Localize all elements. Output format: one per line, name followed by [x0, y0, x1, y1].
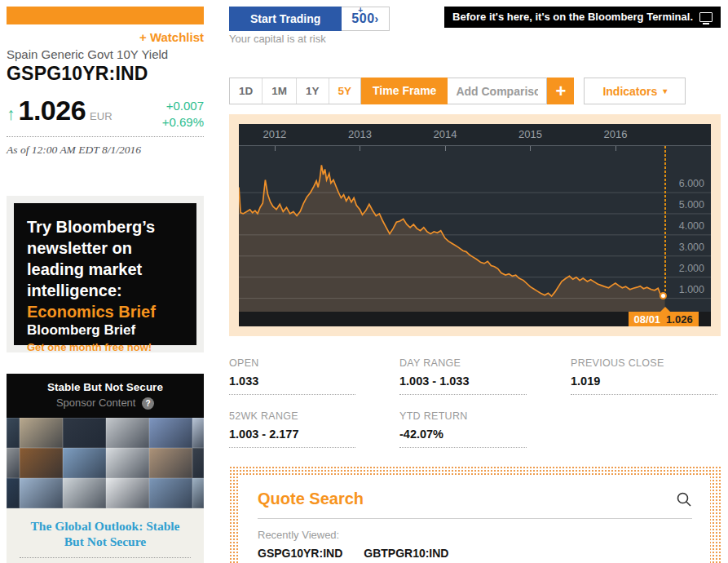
- plus500-logo-box[interactable]: +500›: [342, 7, 389, 31]
- collage-photo-tile: [20, 448, 63, 478]
- collage-photo-tile: [106, 448, 149, 478]
- plus500-logo: +500›: [351, 11, 378, 26]
- x-tick-label: 2012: [263, 128, 286, 140]
- x-tick-label: 2013: [348, 128, 372, 140]
- collage-photo-tile: [7, 448, 20, 478]
- newsletter-ad-copy: Try Bloomberg’s newsletter on leading ma…: [27, 216, 185, 322]
- price-change: +0.007 +0.69%: [162, 95, 204, 130]
- chart-controls: 1D1M1Y5Y Time Frame + Indicators ▾: [229, 78, 721, 104]
- up-arrow-icon: ↑: [7, 104, 15, 124]
- security-name: Spain Generic Govt 10Y Yield: [7, 47, 204, 61]
- x-tick-mark: [275, 146, 276, 151]
- ad-highlight: Economics Brief: [27, 301, 185, 322]
- sponsor-content-text: Sponsor Content: [56, 397, 136, 409]
- top-banner-row: Start Trading +500› Your capital is at r…: [229, 7, 721, 45]
- x-tick-mark: [360, 146, 360, 151]
- stat-label: PREVIOUS CLOSE: [571, 357, 717, 369]
- sponsor-ad-header: Stable But Not Secure Sponsor Content ?: [7, 374, 204, 418]
- ad-line: Try Bloomberg’s: [27, 216, 185, 237]
- search-icon[interactable]: [676, 491, 692, 508]
- flag-pointer: [660, 307, 671, 313]
- collage-photo-tile: [149, 418, 192, 448]
- risk-disclaimer: Your capital is at risk: [229, 33, 390, 45]
- sponsor-headline-line: The Global Outlook: Stable: [15, 518, 196, 534]
- stat-label: OPEN: [229, 357, 355, 369]
- currency-label: EUR: [90, 110, 112, 122]
- brand-accent-bar: [7, 7, 204, 24]
- range-button-1d[interactable]: 1D: [230, 78, 263, 104]
- stat-label: DAY RANGE: [399, 357, 527, 369]
- sponsor-headline-line: But Not Secure: [15, 534, 196, 549]
- sponsor-content-label: Sponsor Content ?: [11, 397, 199, 410]
- add-comparison-input[interactable]: [448, 78, 547, 104]
- range-button-1m[interactable]: 1M: [263, 78, 297, 104]
- last-price: 1.026: [19, 95, 86, 126]
- collage-photo-tile: [63, 418, 106, 448]
- stat-value: 1.033: [229, 375, 355, 395]
- add-comparison-plus-button[interactable]: +: [547, 78, 574, 104]
- sponsor-headline-link[interactable]: The Global Outlook: Stable But Not Secur…: [15, 518, 196, 550]
- trading-ad: Start Trading +500› Your capital is at r…: [229, 7, 390, 45]
- stat-value: -42.07%: [399, 428, 527, 448]
- range-button-5y[interactable]: 5Y: [329, 78, 361, 104]
- ad-line: leading market: [27, 259, 185, 280]
- newsletter-cta-link[interactable]: Get one month free now!: [27, 341, 185, 353]
- recently-viewed-label: Recently Viewed:: [258, 529, 692, 541]
- price-row: ↑ 1.026 EUR +0.007 +0.69%: [7, 95, 204, 137]
- quote-search-panel: Quote Search Recently Viewed: GSPG10YR:I…: [229, 466, 721, 563]
- range-button-1y[interactable]: 1Y: [297, 78, 329, 104]
- stat-ytd-return: YTD RETURN-42.07%: [399, 410, 571, 448]
- collage-photo-tile: [192, 418, 204, 448]
- x-tick-label: 2016: [603, 128, 627, 140]
- range-group: 1D1M1Y5Y: [229, 78, 361, 104]
- quote-search-title: Quote Search: [258, 490, 364, 508]
- y-tick-label: 4.000: [679, 220, 704, 232]
- change-absolute: +0.007: [162, 98, 204, 114]
- collage-photo-tile: [192, 448, 204, 478]
- collage-photo-tile: [20, 418, 63, 448]
- recent-ticker-link[interactable]: GBTPGR10:IND: [364, 547, 448, 560]
- stat-value: 1.019: [571, 375, 717, 395]
- collage-photo-tile: [192, 478, 204, 508]
- indicators-button[interactable]: Indicators ▾: [584, 78, 686, 104]
- start-trading-button[interactable]: Start Trading: [229, 7, 342, 31]
- x-tick-label: 2015: [518, 128, 542, 140]
- y-tick-label: 1.000: [679, 284, 704, 295]
- photo-collage: [7, 418, 204, 508]
- flag-date: 08/01: [634, 313, 661, 326]
- collage-photo-tile: [106, 478, 149, 508]
- main-content: Start Trading +500› Your capital is at r…: [229, 7, 721, 563]
- quote-sidebar: + Watchlist Spain Generic Govt 10Y Yield…: [7, 7, 204, 563]
- add-watchlist-button[interactable]: + Watchlist: [7, 30, 204, 44]
- stat-52wk-range: 52WK RANGE1.003 - 2.177: [229, 410, 399, 448]
- collage-photo-tile: [149, 448, 192, 478]
- chart-year-axis: 20122013201420152016: [239, 124, 711, 145]
- help-icon[interactable]: ?: [142, 397, 154, 410]
- price-chart[interactable]: 20122013201420152016 6.0005.0004.0003.00…: [239, 124, 711, 326]
- chevron-down-icon: ▾: [663, 86, 667, 95]
- sponsor-ad[interactable]: Stable But Not Secure Sponsor Content ? …: [7, 374, 204, 563]
- stat-day-range: DAY RANGE1.003 - 1.033: [399, 357, 571, 395]
- terminal-banner-link[interactable]: Before it's here, it's on the Bloomberg …: [444, 7, 721, 28]
- recently-viewed-list: GSPG10YR:INDGBTPGR10:IND: [258, 547, 692, 560]
- stat-label: 52WK RANGE: [229, 410, 355, 422]
- x-tick-mark: [445, 146, 446, 151]
- security-ticker: GSPG10YR:IND: [7, 63, 204, 85]
- collage-photo-tile: [106, 418, 149, 448]
- plus500-arrow: ›: [375, 12, 379, 25]
- stat-value: 1.003 - 1.033: [399, 375, 527, 395]
- plus500-plus: +: [358, 6, 363, 15]
- time-frame-button[interactable]: Time Frame: [361, 78, 448, 104]
- sponsor-ad-footer: The Global Outlook: Stable But Not Secur…: [7, 508, 204, 563]
- collage-photo-tile: [63, 448, 106, 478]
- stat-value: 1.003 - 2.177: [229, 428, 355, 448]
- as-of-timestamp: As of 12:00 AM EDT 8/1/2016: [7, 144, 204, 157]
- chart-plot-area[interactable]: 6.0005.0004.0003.0002.0001.000: [239, 145, 711, 312]
- collage-photo-tile: [7, 418, 20, 448]
- x-tick-mark: [530, 146, 531, 151]
- recent-ticker-link[interactable]: GSPG10YR:IND: [258, 547, 342, 560]
- newsletter-ad[interactable]: Try Bloomberg’s newsletter on leading ma…: [7, 196, 204, 352]
- bloomberg-brief-logo: Bloomberg Brief: [27, 322, 185, 339]
- divider: [20, 557, 191, 558]
- x-tick-label: 2014: [433, 128, 457, 140]
